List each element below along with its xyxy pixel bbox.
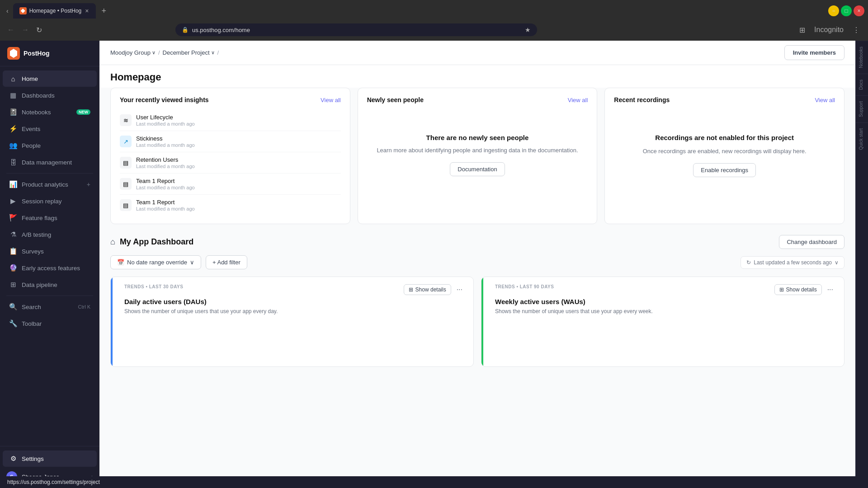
sidebar-item-notebooks[interactable]: 📓 Notebooks NEW — [3, 104, 97, 120]
sidebar-item-search[interactable]: 🔍 Search Ctrl K — [3, 299, 97, 315]
wau-show-details-button[interactable]: ⊞ Show details — [774, 284, 822, 295]
dau-more-options-button[interactable]: ··· — [455, 285, 464, 295]
extensions-button[interactable]: ⊞ — [797, 24, 808, 36]
enable-recordings-button[interactable]: Enable recordings — [693, 163, 756, 177]
tab-prev-button[interactable]: ‹ — [4, 5, 11, 16]
insight-item-3[interactable]: ▤ Team 1 Report Last modified a month ag… — [120, 174, 341, 195]
breadcrumb-project-label: December Project — [163, 49, 210, 56]
refresh-button[interactable]: ↻ — [34, 24, 44, 36]
sidebar-item-product-analytics[interactable]: 📊 Product analytics + — [3, 176, 97, 192]
sidebar-item-label: A/B testing — [22, 231, 90, 238]
insight-item-1[interactable]: ↗ Stickiness Last modified a month ago — [120, 131, 341, 152]
incognito-label: Incognito — [814, 26, 844, 33]
sidebar-item-data-management[interactable]: 🗄 Data management — [3, 154, 97, 170]
sidebar-item-home[interactable]: ⌂ Home — [3, 70, 97, 87]
favicon-icon — [21, 9, 25, 13]
last-updated-badge[interactable]: ↻ Last updated a few seconds ago ∨ — [741, 256, 844, 269]
documentation-button[interactable]: Documentation — [450, 162, 505, 176]
url-bar[interactable]: 🔒 us.posthog.com/home ★ — [175, 23, 537, 36]
change-dashboard-button[interactable]: Change dashboard — [779, 235, 844, 249]
refresh-icon: ↻ — [746, 259, 751, 266]
sidebar-item-label: Feature flags — [22, 215, 90, 221]
add-icon[interactable]: + — [87, 181, 90, 188]
new-tab-button[interactable]: + — [98, 5, 110, 18]
recordings-card-title: Recent recordings — [614, 96, 670, 103]
calendar-icon: 📅 — [117, 259, 124, 266]
insight-item-4[interactable]: ▤ Team 1 Report Last modified a month ag… — [120, 195, 341, 216]
window-maximize[interactable]: □ — [841, 5, 852, 16]
posthog-hedgehog — [9, 49, 18, 58]
right-panel-docs[interactable]: Docs — [856, 74, 868, 95]
people-view-all[interactable]: View all — [568, 97, 588, 103]
recordings-view-all[interactable]: View all — [815, 97, 835, 103]
wau-card: TRENDS • LAST 90 DAYS ⊞ Show details ···… — [481, 277, 844, 367]
dau-show-details-button[interactable]: ⊞ Show details — [404, 284, 451, 295]
back-button[interactable]: ← — [5, 24, 16, 36]
sidebar-item-people[interactable]: 👥 People — [3, 137, 97, 154]
invite-members-button[interactable]: Invite members — [784, 45, 844, 60]
url-text: us.posthog.com/home — [192, 27, 521, 33]
events-icon: ⚡ — [9, 125, 17, 133]
window-minimize[interactable]: − — [828, 5, 839, 16]
recordings-card: Recent recordings View all Recordings ar… — [604, 88, 844, 224]
wau-more-options-button[interactable]: ··· — [826, 285, 835, 295]
sidebar-item-label: Product analytics — [22, 181, 82, 188]
feature-flags-icon: 🚩 — [9, 214, 17, 222]
window-close[interactable]: × — [854, 5, 864, 16]
add-filter-button[interactable]: + Add filter — [206, 255, 247, 269]
wau-card-desc: Shows the number of unique users that us… — [495, 307, 835, 315]
insights-view-all[interactable]: View all — [321, 97, 341, 103]
insights-card: Your recently viewed insights View all ≋… — [110, 88, 350, 224]
lock-icon: 🔒 — [182, 27, 189, 33]
sidebar-item-events[interactable]: ⚡ Events — [3, 121, 97, 137]
sidebar-item-dashboards[interactable]: ▦ Dashboards — [3, 87, 97, 103]
sidebar-item-session-replay[interactable]: ▶ Session replay — [3, 193, 97, 209]
forward-button[interactable]: → — [20, 24, 31, 36]
wau-card-meta-group: TRENDS • LAST 90 DAYS — [495, 284, 554, 291]
right-panel-support[interactable]: Support — [856, 95, 868, 122]
wau-card-meta: TRENDS • LAST 90 DAYS — [495, 284, 554, 289]
dau-card-meta-group: TRENDS • LAST 30 DAYS — [124, 284, 183, 291]
insight-name-1: Stickiness — [136, 135, 341, 142]
sidebar-item-data-pipeline[interactable]: ⊞ Data pipeline — [3, 277, 97, 293]
insights-card-header: Your recently viewed insights View all — [120, 96, 341, 103]
main-content: Moodjoy Group ∨ / December Project ∨ / I… — [99, 41, 855, 488]
sidebar-item-toolbar[interactable]: 🔧 Toolbar — [3, 315, 97, 332]
data-management-icon: 🗄 — [9, 158, 17, 166]
people-card: Newly seen people View all There are no … — [358, 88, 598, 224]
date-range-filter[interactable]: 📅 No date range override ∨ — [110, 255, 201, 269]
page-title: Homepage — [110, 71, 161, 83]
sidebar-item-ab-testing[interactable]: ⚗ A/B testing — [3, 226, 97, 243]
bookmark-icon[interactable]: ★ — [525, 26, 531, 33]
insight-date-2: Last modified a month ago — [136, 164, 341, 169]
profile-button[interactable]: Incognito — [811, 24, 846, 36]
sidebar-item-surveys[interactable]: 📋 Surveys — [3, 243, 97, 259]
sidebar: PostHog ⌂ Home ▦ Dashboards 📓 Notebooks … — [0, 41, 99, 488]
insight-date-1: Last modified a month ago — [136, 142, 341, 148]
right-panel-quick-start[interactable]: Quick start — [856, 122, 868, 155]
right-panel-notebooks[interactable]: Notebooks — [856, 41, 868, 74]
sidebar-item-early-access[interactable]: 🔮 Early access features — [3, 260, 97, 276]
sidebar-item-feature-flags[interactable]: 🚩 Feature flags — [3, 210, 97, 226]
sidebar-item-label: Settings — [22, 455, 90, 462]
logo-icon — [7, 47, 20, 60]
breadcrumb: Moodjoy Group ∨ / December Project ∨ / — [110, 49, 219, 56]
insight-item-2[interactable]: ▤ Retention Users Last modified a month … — [120, 152, 341, 174]
active-tab[interactable]: Homepage • PostHog × — [13, 3, 96, 19]
breadcrumb-org-label: Moodjoy Group — [110, 49, 151, 56]
menu-button[interactable]: ⋮ — [850, 24, 863, 36]
insight-item-0[interactable]: ≋ User Lifecycle Last modified a month a… — [120, 110, 341, 131]
last-updated-chevron: ∨ — [835, 259, 839, 266]
nav-divider-2 — [6, 296, 93, 296]
dau-card-actions: ⊞ Show details ··· — [404, 284, 464, 295]
breadcrumb-project[interactable]: December Project ∨ — [163, 49, 215, 56]
wau-card-accent — [481, 277, 483, 366]
tab-favicon — [19, 7, 27, 14]
tab-close-button[interactable]: × — [84, 6, 90, 15]
breadcrumb-org[interactable]: Moodjoy Group ∨ — [110, 49, 156, 56]
content-area: Your recently viewed insights View all ≋… — [99, 88, 855, 378]
sidebar-item-settings[interactable]: ⚙ Settings — [3, 450, 97, 467]
dashboard-header: ⌂ My App Dashboard Change dashboard — [110, 235, 844, 249]
people-empty-state: There are no newly seen people Learn mor… — [367, 110, 588, 200]
dashboard-title: My App Dashboard — [120, 237, 193, 247]
